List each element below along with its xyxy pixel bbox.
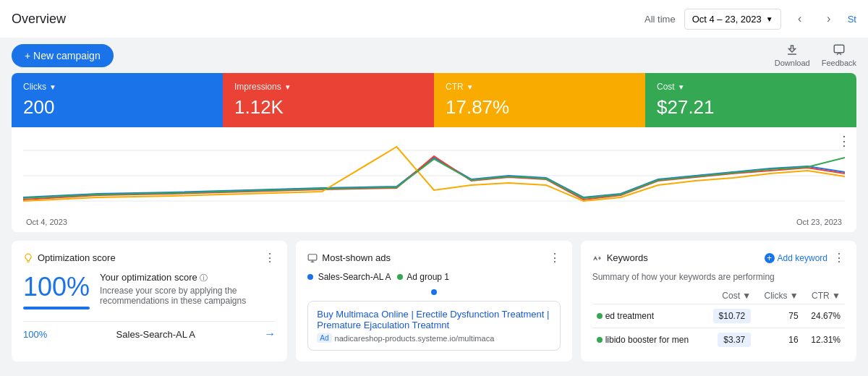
ctr-sort-icon[interactable]: ▼	[832, 291, 841, 301]
add-keyword-button[interactable]: + Add keyword	[765, 253, 827, 263]
optimization-headline: Your optimization score ⓘ	[100, 272, 276, 283]
date-range-button[interactable]: Oct 4 – 23, 2023 ▼	[684, 9, 781, 30]
optimization-text: Your optimization score ⓘ Increase your …	[100, 272, 276, 306]
new-campaign-button[interactable]: + New campaign	[12, 44, 114, 67]
download-button[interactable]: Download	[775, 43, 810, 67]
ad-preview: Buy Multimaca Online | Erectile Dysfunct…	[307, 301, 560, 351]
impressions-label: Impressions ▼	[234, 82, 422, 92]
ads-more-button[interactable]: ⋮	[549, 251, 561, 265]
svg-rect-0	[834, 45, 844, 53]
ad-dot-active	[431, 289, 437, 295]
chart-end-date: Oct 23, 2023	[796, 218, 842, 226]
kw-cost: $10.72	[704, 304, 756, 328]
ad-dots	[307, 289, 560, 295]
keywords-tbody: ed treatment $10.72 75 24.67% libido boo…	[592, 304, 845, 352]
feedback-button[interactable]: Feedback	[822, 43, 856, 67]
ad-title: Buy Multimaca Online | Erectile Dysfunct…	[317, 309, 550, 330]
stat-ctr: CTR ▼ 17.87%	[434, 73, 645, 127]
ad-badge: Ad	[317, 333, 331, 343]
col-ctr-header: CTR ▼	[803, 288, 845, 304]
feedback-label: Feedback	[822, 59, 856, 67]
cost-sort-icon[interactable]: ▼	[742, 291, 751, 301]
keywords-card-title: Keywords	[592, 252, 648, 263]
next-arrow-button[interactable]: ›	[819, 9, 839, 29]
optimization-campaign-name: Sales-Search-AL A	[116, 329, 195, 340]
ads-card-header: Most-shown ads ⋮	[307, 251, 560, 265]
ctr-dropdown-icon[interactable]: ▼	[467, 83, 474, 91]
optimization-score-section: 100%	[23, 272, 90, 314]
most-shown-ads-card: Most-shown ads ⋮ Sales-Search-AL A Ad gr…	[296, 241, 571, 362]
alltime-label: All time	[644, 14, 676, 25]
optimization-card-title: Optimization score	[23, 252, 116, 263]
impressions-dropdown-icon[interactable]: ▼	[284, 83, 292, 91]
kw-name: ed treatment	[592, 304, 704, 328]
cost-value: $27.21	[657, 96, 845, 119]
stat-impressions: Impressions ▼ 1.12K	[223, 73, 434, 127]
kw-name: libido booster for men	[592, 328, 704, 352]
clicks-dropdown-icon[interactable]: ▼	[49, 83, 56, 91]
kw-clicks: 75	[755, 304, 802, 328]
keywords-card: Keywords + Add keyword ⋮ Summary of how …	[581, 241, 856, 362]
col-keyword	[592, 288, 704, 304]
chart-dates: Oct 4, 2023 Oct 23, 2023	[23, 218, 845, 226]
keywords-more-button[interactable]: ⋮	[833, 251, 845, 265]
table-row: libido booster for men $3.37 16 12.31%	[592, 328, 845, 352]
ad-domain-row: Ad nadicareshop-products.systeme.io/mult…	[317, 333, 550, 343]
bottom-row: Optimization score ⋮ 100% Your optimizat…	[12, 241, 856, 362]
keyword-summary: Summary of how your keywords are perform…	[592, 272, 845, 282]
lightbulb-icon	[23, 253, 33, 263]
ads-card-title: Most-shown ads	[307, 252, 391, 263]
col-cost-header: Cost ▼	[704, 288, 756, 304]
col-clicks-header: Clicks ▼	[755, 288, 802, 304]
chart-start-date: Oct 4, 2023	[26, 218, 67, 226]
table-row: ed treatment $10.72 75 24.67%	[592, 304, 845, 328]
feedback-icon	[833, 43, 846, 56]
add-icon: +	[765, 253, 775, 263]
svg-rect-4	[308, 254, 317, 260]
keywords-table-header: Cost ▼ Clicks ▼ CTR ▼	[592, 288, 845, 304]
optimization-description: Increase your score by applying the reco…	[100, 286, 276, 306]
ctr-value: 17.87%	[446, 96, 634, 119]
new-campaign-label: + New campaign	[25, 50, 101, 61]
ctr-label: CTR ▼	[446, 82, 634, 92]
keywords-actions: + Add keyword ⋮	[765, 251, 845, 265]
keywords-card-header: Keywords + Add keyword ⋮	[592, 251, 845, 265]
optimization-card: Optimization score ⋮ 100% Your optimizat…	[12, 241, 287, 362]
optimization-progress-fill	[23, 307, 90, 309]
chart-more-button[interactable]: ⋮	[838, 133, 851, 149]
chevron-down-icon: ▼	[766, 15, 773, 23]
keywords-table: Cost ▼ Clicks ▼ CTR ▼ e	[592, 288, 845, 351]
ad-url: nadicareshop-products.systeme.io/multima…	[335, 334, 495, 343]
optimization-body: 100% Your optimization score ⓘ Increase …	[23, 272, 276, 314]
top-bar: Overview All time Oct 4 – 23, 2023 ▼ ‹ ›…	[0, 0, 868, 38]
optimization-progress-bar	[23, 307, 90, 309]
optimization-campaign-row: 100% Sales-Search-AL A →	[23, 321, 276, 341]
chart-area: ⋮ Oct 4, 2023 Oct 23, 2023	[12, 127, 856, 232]
date-range-value: Oct 4 – 23, 2023	[692, 14, 762, 25]
stats-header: Clicks ▼ 200 Impressions ▼ 1.12K CTR ▼ 1…	[12, 73, 856, 127]
optimization-score-big: 100%	[23, 272, 90, 302]
optimization-more-button[interactable]: ⋮	[264, 251, 276, 265]
stat-cost: Cost ▼ $27.21	[645, 73, 856, 127]
tag1-dot	[307, 274, 313, 280]
ad-tag-1: Sales-Search-AL A	[307, 272, 391, 282]
download-icon	[786, 43, 799, 56]
arrow-right-icon[interactable]: →	[264, 328, 276, 341]
optimization-card-header: Optimization score ⋮	[23, 251, 276, 265]
monitor-icon	[307, 253, 318, 263]
kw-ctr: 12.31%	[803, 328, 845, 352]
tag2-dot	[397, 274, 403, 280]
prev-arrow-button[interactable]: ‹	[790, 9, 810, 29]
toolbar: + New campaign Download Feedback	[0, 38, 868, 73]
kw-clicks: 16	[755, 328, 802, 352]
clicks-sort-icon[interactable]: ▼	[790, 291, 799, 301]
page-title: Overview	[12, 12, 66, 27]
kw-cost: $3.37	[704, 328, 756, 352]
st-label: St	[848, 14, 856, 25]
clicks-value: 200	[23, 96, 211, 119]
cost-dropdown-icon[interactable]: ▼	[678, 83, 685, 91]
impressions-value: 1.12K	[234, 96, 422, 119]
toolbar-actions: Download Feedback	[775, 43, 856, 67]
optimization-campaign-score: 100%	[23, 329, 47, 340]
kw-ctr: 24.67%	[803, 304, 845, 328]
